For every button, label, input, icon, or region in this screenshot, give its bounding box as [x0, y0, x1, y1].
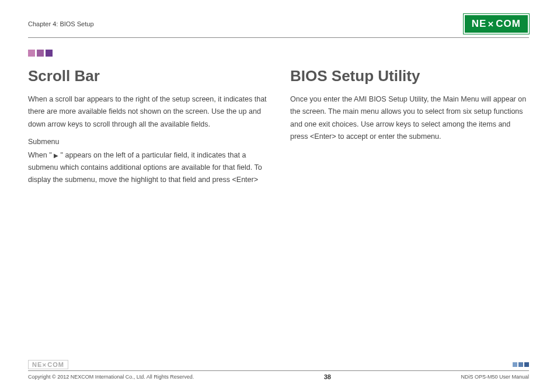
page-number: 38	[324, 373, 331, 380]
scroll-bar-paragraph: When a scroll bar appears to the right o…	[28, 93, 267, 131]
nexcom-logo: NE✕COM	[464, 14, 529, 34]
square-icon	[37, 50, 44, 57]
right-column: BIOS Setup Utility Once you enter the AM…	[290, 67, 529, 194]
left-column: Scroll Bar When a scroll bar appears to …	[28, 67, 267, 194]
square-icon	[513, 362, 517, 367]
bios-setup-paragraph: Once you enter the AMI BIOS Setup Utilit…	[290, 93, 529, 143]
footer-decorative-squares	[513, 362, 529, 367]
square-icon	[28, 50, 35, 57]
decorative-squares	[28, 50, 529, 57]
footer-logo: NE✕COM	[28, 360, 68, 369]
triangle-right-icon: ▶	[54, 152, 58, 159]
submenu-paragraph: When " ▶ " appears on the left of a part…	[28, 149, 267, 187]
square-icon	[524, 362, 529, 367]
square-icon	[46, 50, 53, 57]
page-header: Chapter 4: BIOS Setup NE✕COM	[28, 14, 529, 38]
scroll-bar-heading: Scroll Bar	[28, 67, 267, 85]
submenu-subheading: Submenu	[28, 138, 267, 146]
main-content: Scroll Bar When a scroll bar appears to …	[28, 67, 529, 194]
chapter-label: Chapter 4: BIOS Setup	[28, 20, 94, 27]
copyright-text: Copyright © 2012 NEXCOM International Co…	[28, 374, 194, 380]
bios-setup-heading: BIOS Setup Utility	[290, 67, 529, 85]
manual-name: NDiS OPS-M50 User Manual	[461, 374, 529, 380]
page-footer: NE✕COM Copyright © 2012 NEXCOM Internati…	[28, 360, 529, 380]
square-icon	[518, 362, 523, 367]
